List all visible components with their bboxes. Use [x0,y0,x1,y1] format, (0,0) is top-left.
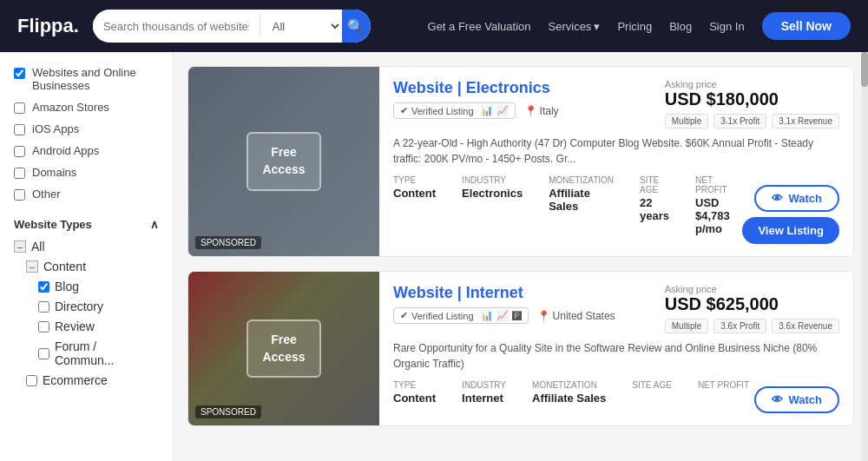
eye-icon-0: 👁 [772,192,783,205]
watch-button-1[interactable]: 👁 Watch [754,386,839,413]
filter-ios-checkbox[interactable] [14,124,25,135]
tree-label-forum[interactable]: Forum / Commun... [55,339,159,367]
header: Flippa. All Websites Apps Domains 🔍 Get … [0,0,868,52]
tree-label-ecommerce[interactable]: Ecommerce [43,373,108,387]
tree-row-forum: Forum / Commun... [14,339,159,367]
location-0: 📍 Italy [524,105,559,117]
header-nav: Get a Free Valuation Services ▾ Pricing … [428,12,851,40]
tree-toggle-all[interactable]: – [14,240,26,253]
filter-websites-checkbox[interactable] [14,68,25,79]
listing-thumbnail-0: Free Access SPONSORED [188,67,379,256]
search-bar: All Websites Apps Domains 🔍 [93,10,371,43]
scrollbar-thumb[interactable] [861,52,868,87]
sponsored-label-1: SPONSORED [195,405,261,418]
nav-valuation[interactable]: Get a Free Valuation [428,20,531,33]
tree-row-all: – All [14,240,159,254]
listing-stats-0: Type Content Industry Electronics Moneti… [393,175,742,235]
badges-row-1: Multiple 3.6x Profit 3.6x Revenue [665,319,839,333]
bar-icon-0: 📈 [496,105,509,116]
eye-icon-1: 👁 [772,393,783,406]
thumb-overlay-1: Free Access [188,272,379,425]
website-types-title: Website Types ∧ [14,218,159,231]
tree-label-all[interactable]: All [31,240,45,254]
filter-other-label: Other [32,188,61,201]
listing-desc-1: Rare Opportunity for a Quality Site in t… [393,340,839,372]
listing-actions-1: 👁 Watch [754,386,839,413]
filter-android[interactable]: Android Apps [14,144,159,157]
listing-body-1: Website | Internet ✔ Verified Listing 📊 … [379,272,853,425]
badge-multiple-1: Multiple [665,319,708,333]
stat-type-1: Type Content [393,380,436,405]
tree-toggle-content[interactable]: – [26,260,38,273]
tree-cb-blog[interactable] [38,281,49,293]
logo: Flippa. [17,15,79,37]
watch-button-0[interactable]: 👁 Watch [754,185,839,212]
search-input[interactable] [93,20,260,33]
tree-row-directory: Directory [14,300,159,313]
listing-title-1[interactable]: Website | Internet [393,284,523,301]
free-access-badge-1: Free Access [247,319,320,378]
filter-domains-label: Domains [32,166,76,179]
filter-amazon[interactable]: Amazon Stores [14,101,159,114]
listing-desc-0: A 22-year-Old - High Authority (47 Dr) C… [393,135,839,167]
chart-icon-0: 📊 [481,105,493,116]
tree-cb-review[interactable] [38,321,49,333]
verified-badge-1: ✔ Verified Listing 📊 📈 🅿 [393,307,529,324]
nav-pricing[interactable]: Pricing [617,20,652,33]
sell-now-button[interactable]: Sell Now [762,12,851,40]
badge-revenue-0: 3.1x Revenue [772,114,839,128]
badge-revenue-1: 3.6x Revenue [772,319,839,333]
bar-icon-1: 📈 [496,310,509,321]
tree-cb-ecommerce[interactable] [26,375,37,386]
filter-ios-label: iOS Apps [32,122,79,135]
listing-meta-1: ✔ Verified Listing 📊 📈 🅿 📍 United States [393,307,615,324]
tree-label-blog[interactable]: Blog [55,280,79,293]
stat-monetization-0: Monetization Affiliate Sales [549,175,614,235]
asking-price-1: USD $625,000 [665,294,839,314]
filter-android-checkbox[interactable] [14,146,25,157]
search-select[interactable]: All Websites Apps Domains [260,19,342,34]
pin-icon-0: 📍 [524,105,537,117]
tree-label-directory[interactable]: Directory [55,300,103,313]
search-button[interactable]: 🔍 [342,10,371,43]
stat-profit-0: Net Profit USD $4,783 p/mo [695,175,742,235]
tree-cb-forum[interactable] [38,348,49,359]
free-access-badge-0: Free Access [247,132,320,190]
filter-amazon-checkbox[interactable] [14,102,25,114]
filter-other-checkbox[interactable] [14,189,25,201]
verified-icon-1: ✔ [400,310,408,321]
filter-websites-label: Websites and Online Businesses [32,66,159,92]
filter-domains[interactable]: Domains [14,166,159,179]
tree-label-review[interactable]: Review [55,319,95,333]
stat-type-0: Type Content [393,175,436,235]
scrollbar-track[interactable] [861,52,868,461]
thumb-overlay-0: Free Access [188,67,379,256]
filter-other[interactable]: Other [14,188,159,201]
tree-label-content[interactable]: Content [43,260,86,273]
filter-android-label: Android Apps [32,144,99,157]
tree-row-review: Review [14,319,159,333]
filter-ios[interactable]: iOS Apps [14,122,159,135]
view-listing-button-0[interactable]: View Listing [742,217,839,244]
stat-age-0: Site Age 22 years [640,175,669,235]
categories-section: Websites and Online Businesses Amazon St… [14,66,159,201]
nav-services[interactable]: Services ▾ [549,20,601,33]
nav-blog[interactable]: Blog [669,20,692,33]
sponsored-label-0: SPONSORED [195,236,261,249]
chevron-up-icon: ∧ [150,218,159,231]
chart-icon-1: 📊 [481,310,493,321]
listing-thumbnail-1: Free Access SPONSORED [188,272,379,425]
badge-profit-0: 3.1x Profit [713,114,766,128]
tree-cb-directory[interactable] [38,301,49,313]
website-types-section: Website Types ∧ – All – Content Blog D [14,218,159,387]
stat-industry-0: Industry Electronics [462,175,523,235]
nav-signin[interactable]: Sign In [709,20,744,33]
verified-badge-0: ✔ Verified Listing 📊 📈 [393,102,516,119]
chevron-down-icon: ▾ [594,20,600,33]
filter-domains-checkbox[interactable] [14,168,25,179]
main-layout: Websites and Online Businesses Amazon St… [0,52,868,461]
listing-title-0[interactable]: Website | Electronics [393,79,550,96]
filter-websites[interactable]: Websites and Online Businesses [14,66,159,92]
listing-card-1: Free Access SPONSORED Website | Internet… [187,271,854,426]
paypal-icon-1: 🅿 [512,311,522,321]
